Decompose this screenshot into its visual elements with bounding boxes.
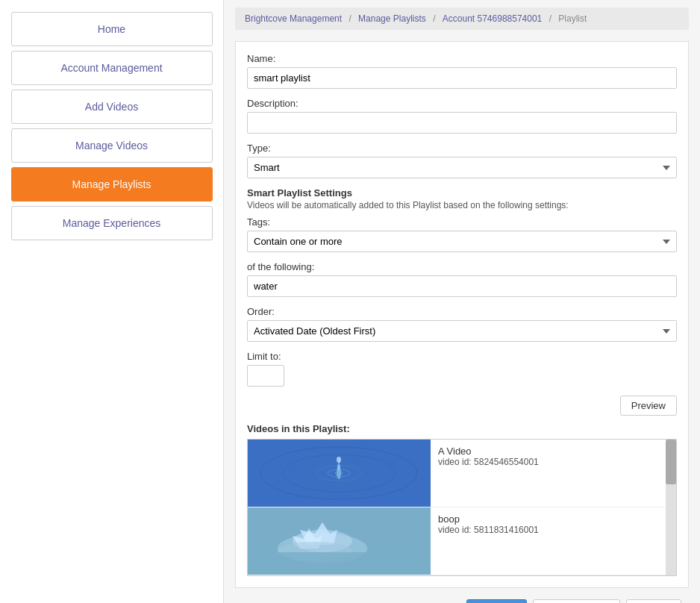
type-select[interactable]: Smart Manual [247,157,677,178]
description-group: Description: [247,98,677,134]
description-input[interactable] [247,112,677,134]
sidebar: Home Account Management Add Videos Manag… [0,0,224,603]
breadcrumb-separator-2: / [433,13,438,24]
svg-point-8 [337,464,340,470]
sidebar-item-account-management[interactable]: Account Management [11,51,213,85]
tags-select[interactable]: Contain one or more Contain all [247,231,677,252]
video-info-0: A Video video id: 5824546554001 [431,440,676,507]
limit-label: Limit to: [247,351,677,362]
footer-buttons: Create Delete Playlist Cancel [235,588,689,603]
video-id-0: video id: 5824546554001 [438,457,669,467]
smart-settings-section: Smart Playlist Settings Videos will be a… [247,187,677,387]
smart-settings-header: Smart Playlist Settings [247,187,677,199]
of-following-label: of the following: [247,261,677,272]
limit-input[interactable] [247,365,284,387]
videos-label: Videos in this Playlist: [247,423,677,434]
create-button[interactable]: Create [466,599,527,603]
main-content: Brightcove Management / Manage Playlists… [224,0,700,603]
description-label: Description: [247,98,677,109]
of-following-group: of the following: [247,261,677,297]
sidebar-item-manage-experiences[interactable]: Manage Experiences [11,206,213,240]
type-label: Type: [247,143,677,154]
smart-settings-sub: Videos will be automatically added to th… [247,200,677,210]
breadcrumb-item-1[interactable]: Brightcove Management [245,13,342,24]
tags-group: Tags: Contain one or more Contain all [247,216,677,252]
svg-rect-17 [248,552,431,575]
tags-label: Tags: [247,216,677,228]
order-group: Order: Activated Date (Oldest First) Act… [247,306,677,342]
name-group: Name: [247,53,677,89]
sidebar-item-home[interactable]: Home [11,12,213,46]
video-title-0: A Video [438,446,669,457]
breadcrumb-separator-3: / [549,13,554,24]
breadcrumb-item-3[interactable]: Account 5746988574001 [443,13,542,24]
name-input[interactable] [247,67,677,89]
order-select[interactable]: Activated Date (Oldest First) Activated … [247,320,677,342]
sidebar-item-add-videos[interactable]: Add Videos [11,90,213,124]
video-item-0: A Video video id: 5824546554001 [248,440,676,507]
preview-row: Preview [247,396,677,416]
scrollbar-track [666,440,676,575]
video-thumb-0 [248,440,431,507]
video-id-1: video id: 5811831416001 [438,525,669,535]
order-label: Order: [247,306,677,317]
of-following-input[interactable] [247,275,677,297]
video-title-1: boop [438,513,669,525]
breadcrumb-item-2[interactable]: Manage Playlists [358,13,426,24]
type-group: Type: Smart Manual [247,143,677,178]
sidebar-item-manage-playlists[interactable]: Manage Playlists [11,167,213,201]
video-info-1: boop video id: 5811831416001 [431,507,676,575]
name-label: Name: [247,53,677,64]
cancel-button[interactable]: Cancel [626,599,681,603]
video-thumb-1 [248,507,431,575]
breadcrumb-separator-1: / [349,13,354,24]
scrollbar-thumb[interactable] [666,440,676,484]
breadcrumb-item-4: Playlist [558,13,587,24]
breadcrumb: Brightcove Management / Manage Playlists… [235,7,689,30]
videos-section: Videos in this Playlist: [247,423,677,576]
preview-button[interactable]: Preview [620,396,677,416]
delete-playlist-button[interactable]: Delete Playlist [533,599,619,603]
video-item-1: boop video id: 5811831416001 [248,507,676,575]
playlist-form: Name: Description: Type: Smart Manual Sm… [235,41,689,588]
limit-group: Limit to: [247,351,677,387]
svg-point-10 [337,457,341,463]
videos-container[interactable]: A Video video id: 5824546554001 [247,439,677,576]
sidebar-item-manage-videos[interactable]: Manage Videos [11,128,213,163]
